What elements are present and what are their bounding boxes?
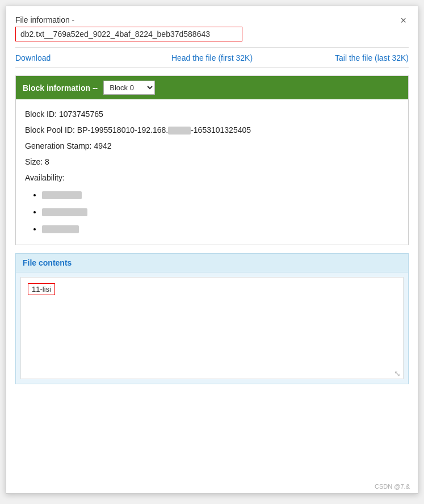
action-links: Download Head the file (first 32K) Tail … xyxy=(15,53,409,62)
file-content-value: 11-lisi xyxy=(28,283,55,295)
size: Size: 8 xyxy=(25,154,399,170)
block-info-section: Block information -- Block 0 Block ID: 1… xyxy=(15,75,409,245)
close-button[interactable]: × xyxy=(398,15,409,26)
blurred-node2 xyxy=(42,208,87,216)
list-item xyxy=(42,221,399,237)
blurred-node3 xyxy=(42,225,79,233)
file-contents-section: File contents 11-lisi ⤡ xyxy=(15,253,409,384)
availability-list xyxy=(25,187,399,237)
watermark: CSDN @7.& xyxy=(375,483,410,490)
title-group: File information - db2.txt__769a52ed_902… xyxy=(15,15,242,41)
filename-display: db2.txt__769a52ed_9022_4baf_8224_beb37d5… xyxy=(15,27,242,41)
file-contents-body: 11-lisi ⤡ xyxy=(20,277,404,379)
blurred-ip1 xyxy=(168,127,191,135)
dialog-title: File information - xyxy=(15,15,242,24)
file-info-dialog: File information - db2.txt__769a52ed_902… xyxy=(6,6,418,494)
block-info-header: Block information -- Block 0 xyxy=(16,76,408,99)
list-item xyxy=(42,187,399,203)
download-link[interactable]: Download xyxy=(15,53,146,62)
tail-file-link[interactable]: Tail the file (last 32K) xyxy=(278,53,409,62)
block-id: Block ID: 1073745765 xyxy=(25,106,399,122)
file-contents-header: File contents xyxy=(16,254,408,272)
block-select[interactable]: Block 0 xyxy=(103,81,155,95)
block-info-body: Block ID: 1073745765 Block Pool ID: BP-1… xyxy=(16,99,408,245)
action-divider xyxy=(15,67,409,68)
block-pool-id: Block Pool ID: BP-1995518010-192.168. -1… xyxy=(25,122,399,138)
generation-stamp: Generation Stamp: 4942 xyxy=(25,138,399,154)
resize-handle[interactable]: ⤡ xyxy=(394,369,401,376)
list-item xyxy=(42,204,399,220)
head-file-link[interactable]: Head the file (first 32K) xyxy=(146,53,278,62)
header-divider xyxy=(15,47,409,48)
block-info-label: Block information -- xyxy=(23,83,98,93)
availability-label: Availability: xyxy=(25,170,399,186)
dialog-header: File information - db2.txt__769a52ed_902… xyxy=(15,15,409,41)
blurred-node1 xyxy=(42,191,82,199)
